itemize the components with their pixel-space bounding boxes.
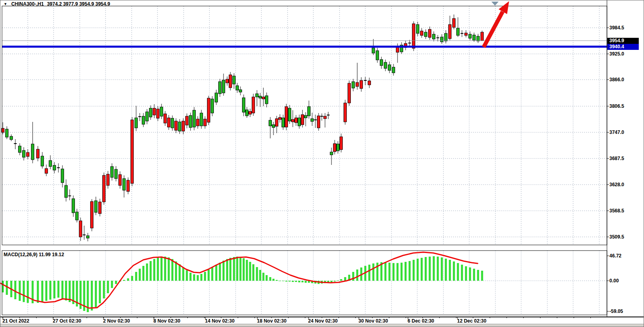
price-axis-label: 3866.0 bbox=[609, 77, 624, 82]
bull-candle bbox=[239, 90, 242, 92]
bull-candle bbox=[433, 34, 435, 39]
bull-candle bbox=[149, 108, 152, 117]
bull-candle bbox=[282, 118, 285, 127]
bull-candle bbox=[441, 37, 443, 42]
bear-candle bbox=[348, 83, 351, 103]
time-axis-label: 18 Nov 02:30 bbox=[257, 318, 286, 324]
bear-candle bbox=[127, 180, 130, 191]
bull-candle bbox=[215, 93, 218, 102]
bull-candle bbox=[31, 144, 34, 160]
bull-candle bbox=[123, 179, 126, 190]
time-axis-label: 8 Nov 02:30 bbox=[153, 318, 180, 324]
macd-indicator-label: MACD(12,26,9) 11.99 19.12 bbox=[4, 252, 64, 257]
time-axis-label: 6 Dec 02:30 bbox=[408, 318, 434, 324]
bull-candle bbox=[115, 169, 118, 179]
bear-candle bbox=[226, 79, 229, 83]
bull-candle bbox=[445, 33, 447, 41]
bear-candle bbox=[481, 32, 484, 41]
bear-candle bbox=[285, 107, 288, 127]
macd-axis-label: 46.72 bbox=[609, 253, 621, 259]
bull-candle bbox=[72, 199, 75, 213]
bull-candle bbox=[376, 51, 379, 60]
bear-candle bbox=[292, 119, 294, 122]
price-axis-label: 3687.5 bbox=[609, 156, 624, 161]
bull-candle bbox=[49, 160, 52, 167]
bear-candle bbox=[317, 116, 320, 128]
bull-candle bbox=[41, 156, 44, 166]
bear-candle bbox=[465, 33, 468, 35]
price-axis-label: 3628.0 bbox=[609, 182, 624, 187]
blue-level-price-badge: 3940.4 bbox=[607, 44, 639, 50]
bull-candle bbox=[219, 82, 222, 94]
time-axis-label: 12 Dec 02:30 bbox=[457, 318, 487, 324]
price-axis-label: 3747.0 bbox=[609, 130, 624, 135]
bull-candle bbox=[311, 119, 314, 121]
bear-candle bbox=[344, 103, 347, 122]
trading-chart-window: ▼ CHINA300-,H1 3974.2 3977.9 3954.9 3954… bbox=[0, 0, 644, 327]
bear-candle bbox=[182, 121, 185, 131]
bear-candle bbox=[157, 109, 159, 118]
bull-candle bbox=[65, 185, 68, 197]
bull-candle bbox=[171, 118, 174, 128]
macd-axis-label: 0.00 bbox=[609, 278, 619, 284]
bull-candle bbox=[222, 80, 225, 93]
bull-candle bbox=[469, 34, 472, 38]
bear-candle bbox=[340, 137, 343, 150]
bear-candle bbox=[420, 31, 423, 35]
bear-candle bbox=[107, 174, 110, 185]
price-axis-label: 3984.5 bbox=[609, 25, 624, 31]
bull-candle bbox=[233, 76, 236, 84]
bear-candle bbox=[295, 118, 298, 123]
bull-candle bbox=[178, 122, 181, 131]
chart-canvas[interactable] bbox=[0, 0, 644, 327]
current-price-badge: 3954.9 bbox=[607, 38, 639, 44]
bear-candle bbox=[164, 114, 167, 123]
price-axis-label: 3568.5 bbox=[609, 208, 624, 214]
bear-candle bbox=[449, 25, 451, 39]
bear-candle bbox=[186, 116, 188, 125]
bear-candle bbox=[131, 120, 134, 183]
bear-candle bbox=[153, 108, 156, 115]
bear-candle bbox=[453, 19, 456, 27]
bull-candle bbox=[146, 112, 149, 121]
bull-candle bbox=[259, 96, 262, 98]
bull-candle bbox=[236, 86, 239, 90]
symbol-caret-icon[interactable]: ▼ bbox=[4, 2, 7, 6]
symbol-timeframe-label: CHINA300-,H1 bbox=[11, 1, 44, 7]
bull-candle bbox=[160, 107, 163, 116]
bear-candle bbox=[279, 117, 282, 119]
bull-candle bbox=[416, 25, 419, 33]
red-trend-arrow-shaft[interactable] bbox=[484, 12, 503, 47]
window-bottom-strip bbox=[0, 324, 644, 327]
price-axis-label: 3806.5 bbox=[609, 103, 624, 109]
bear-candle bbox=[429, 29, 431, 37]
bull-candle bbox=[477, 36, 480, 41]
bear-candle bbox=[356, 82, 359, 86]
bull-candle bbox=[19, 146, 21, 152]
bear-candle bbox=[301, 115, 304, 125]
bull-candle bbox=[304, 115, 307, 118]
bull-candle bbox=[242, 98, 245, 112]
bull-candle bbox=[473, 35, 476, 40]
bear-candle bbox=[204, 119, 207, 126]
bear-candle bbox=[360, 80, 363, 88]
bull-candle bbox=[142, 116, 145, 124]
bull-candle bbox=[61, 169, 64, 183]
ohlc-values-label: 3974.2 3977.9 3954.9 3954.9 bbox=[47, 1, 110, 7]
bear-candle bbox=[368, 81, 371, 85]
bull-candle bbox=[76, 212, 79, 220]
bull-candle bbox=[6, 129, 8, 137]
down-triangle-marker-icon[interactable] bbox=[491, 2, 499, 6]
bull-candle bbox=[425, 32, 427, 37]
price-axis-label: 3509.5 bbox=[609, 234, 624, 240]
bear-candle bbox=[99, 202, 101, 214]
bull-candle bbox=[246, 110, 248, 116]
bull-candle bbox=[10, 136, 13, 140]
bear-candle bbox=[175, 121, 178, 130]
bull-candle bbox=[95, 201, 97, 212]
bull-candle bbox=[272, 125, 275, 128]
bull-candle bbox=[457, 28, 460, 35]
bear-candle bbox=[412, 24, 415, 48]
bear-candle bbox=[91, 202, 93, 228]
bear-candle bbox=[45, 169, 48, 173]
